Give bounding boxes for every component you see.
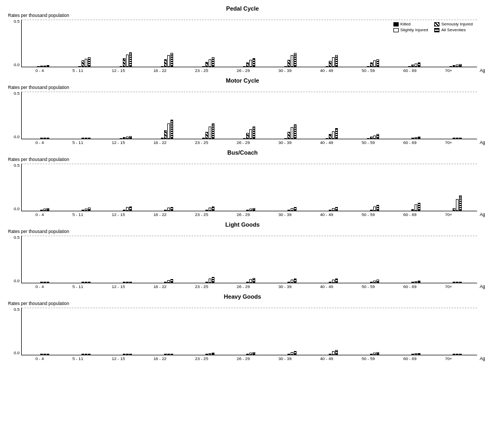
bar-all (335, 55, 338, 67)
bar-serious (123, 58, 125, 67)
x-label: 70+ (445, 68, 452, 73)
bar-all (418, 137, 420, 139)
x-label: 50 - 59 (362, 356, 375, 361)
bar-all (129, 207, 132, 211)
x-label: 0 - 4 (35, 356, 44, 361)
bar-slight (456, 65, 459, 67)
bar-serious (246, 210, 249, 211)
bar-killed (408, 66, 411, 67)
bar-serious (288, 354, 290, 355)
bars-area (22, 308, 477, 355)
x-label: 60 - 69 (403, 356, 417, 361)
age-group-6 (284, 279, 297, 283)
y-axis-label: Rates per thousand population (8, 13, 477, 18)
x-label: 26 - 29 (237, 140, 250, 145)
x-label: 26 - 29 (237, 68, 250, 73)
bar-killed (367, 138, 370, 139)
bar-serious (123, 137, 125, 139)
bar-slight (85, 209, 87, 211)
bar-all (253, 127, 255, 139)
bar-all (253, 58, 255, 67)
bar-all (294, 351, 297, 355)
age-group-7 (326, 207, 338, 211)
bar-slight (167, 123, 170, 139)
bar-slight (291, 280, 293, 283)
bar-killed (78, 66, 81, 67)
x-axis-labels: 0 - 45 - 1112 - 1516 - 2223 - 2526 - 293… (21, 284, 477, 289)
bar-killed (161, 66, 164, 67)
bar-slight (291, 127, 293, 139)
bar-killed (243, 138, 246, 139)
bar-slight (332, 351, 335, 355)
x-label: 0 - 4 (35, 68, 44, 73)
bar-all (47, 208, 49, 211)
age-group-8 (367, 280, 379, 283)
bar-serious (370, 354, 373, 355)
bar-all (294, 279, 297, 283)
age-group-2 (120, 354, 132, 355)
bars-area (22, 164, 477, 211)
bar-slight (291, 55, 293, 67)
bar-all (129, 136, 132, 139)
bar-slight (415, 137, 417, 139)
bar-serious (123, 354, 125, 355)
bar-serious (453, 282, 455, 283)
bar-slight (209, 208, 211, 211)
bar-serious (82, 138, 84, 139)
age-group-8 (367, 134, 379, 139)
x-label: 40 - 49 (320, 68, 333, 73)
x-label: 70+ (445, 140, 452, 145)
bar-killed (120, 138, 122, 139)
age-group-5 (243, 58, 255, 67)
bar-slight (209, 59, 211, 67)
bar-slight (167, 280, 170, 283)
bar-slight (415, 281, 417, 283)
bar-all (418, 353, 420, 355)
bar-serious (164, 354, 167, 355)
bar-all (253, 208, 255, 211)
x-label: 23 - 25 (195, 284, 208, 289)
bar-slight (373, 281, 376, 283)
bar-slight (43, 209, 46, 211)
bar-all (212, 277, 214, 283)
bar-slight (85, 282, 87, 283)
bar-all (212, 57, 214, 67)
bar-serious (205, 282, 208, 283)
x-label: 0 - 4 (35, 284, 44, 289)
bar-slight (249, 279, 252, 283)
bar-slight (373, 60, 376, 67)
bar-slight (373, 207, 376, 211)
bar-slight (167, 354, 170, 355)
bar-slight (249, 353, 252, 355)
x-label: 16 - 22 (154, 68, 167, 73)
bar-serious (82, 354, 84, 355)
bar-all (170, 207, 173, 211)
x-label: 23 - 25 (195, 212, 208, 217)
age-group-7 (326, 350, 338, 355)
age-group-3 (161, 53, 173, 67)
bar-all (212, 207, 214, 211)
bar-all (88, 282, 91, 283)
chart-title-light-goods: Light Goods (8, 221, 477, 228)
bar-slight (85, 138, 87, 139)
bar-all (459, 354, 462, 355)
age-group-0 (37, 138, 49, 139)
x-label: 50 - 59 (362, 284, 375, 289)
x-label: 5 - 11 (73, 140, 83, 145)
bar-slight (456, 199, 459, 211)
bar-slight (456, 354, 459, 355)
bar-killed (202, 66, 205, 67)
age-group-9 (408, 137, 420, 139)
bar-killed (326, 138, 328, 139)
x-label: 70+ (445, 212, 452, 217)
age-axis-label: Age (480, 68, 485, 73)
age-group-1 (78, 282, 91, 283)
bar-all (253, 352, 255, 355)
x-label: 0 - 4 (35, 212, 44, 217)
bar-serious (82, 282, 84, 283)
x-label: 12 - 15 (112, 356, 125, 361)
bar-all (459, 282, 462, 283)
bar-serious (329, 61, 331, 67)
x-axis-labels: 0 - 45 - 1112 - 1516 - 2223 - 2526 - 293… (21, 212, 477, 217)
age-group-2 (120, 136, 132, 139)
